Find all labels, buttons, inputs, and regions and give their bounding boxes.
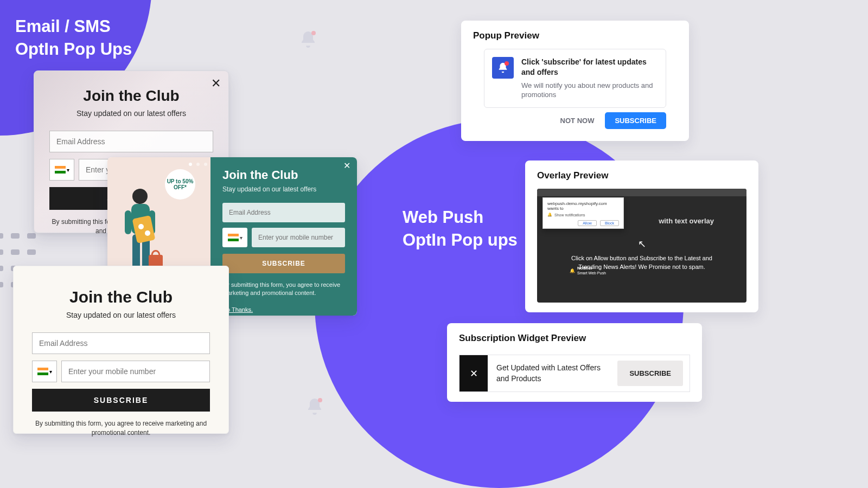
svg-point-7 — [138, 224, 144, 229]
pointer-icon: ↖ — [570, 237, 714, 251]
subscribe-button[interactable]: SUBSCRIBE — [222, 254, 345, 273]
popup-title: Join the Club — [222, 168, 345, 182]
overlay-stage: webpush-demo.myshopify.com wants to 🔔Sho… — [537, 189, 746, 303]
close-icon[interactable]: ✕ — [211, 76, 221, 91]
phone-field[interactable] — [252, 228, 345, 247]
subscribe-button[interactable]: SUBSCRIBE — [605, 112, 666, 129]
subscribe-button[interactable]: SUBSCRIBE — [617, 361, 683, 386]
browser-permission-prompt: webpush-demo.myshopify.com wants to 🔔Sho… — [542, 197, 624, 229]
bell-icon: 🔔 — [547, 213, 552, 217]
popup-title: Join the Club — [49, 87, 213, 105]
push-bell-icon — [492, 57, 514, 79]
email-popup-cream: Join the Club Stay updated on our latest… — [13, 266, 229, 434]
popup-subtitle: Stay updated on our latest offers — [222, 185, 345, 193]
overlay-headline: with text overlay — [659, 217, 714, 225]
preview-overlay-card: Overlay Preview webpush-demo.myshopify.c… — [525, 160, 758, 312]
preview-heading: Overlay Preview — [537, 170, 746, 181]
country-select[interactable]: ▾ — [32, 361, 57, 382]
popup-subtitle: Stay updated on our latest offers — [49, 109, 213, 118]
email-field[interactable] — [49, 131, 213, 152]
push-subtitle: We will notify you about new products an… — [521, 81, 658, 100]
push-title: Click 'subscribe' for latest updates and… — [521, 57, 658, 78]
svg-point-8 — [145, 230, 150, 236]
popup-subtitle: Stay updated on our latest offers — [32, 311, 210, 319]
svg-rect-4 — [125, 210, 131, 234]
preview-heading: Subscription Widget Preview — [459, 333, 690, 344]
flag-in-icon — [37, 368, 48, 375]
flag-in-icon — [55, 166, 66, 174]
preview-widget-card: Subscription Widget Preview ✕ Get Update… — [447, 323, 702, 402]
popup-footnote: By submitting this form, you agree to re… — [222, 281, 345, 298]
country-select[interactable]: ▾ — [49, 159, 74, 181]
bell-icon — [298, 30, 318, 52]
flag-in-icon — [228, 234, 239, 241]
allow-button[interactable]: Allow — [578, 220, 597, 226]
svg-point-0 — [132, 189, 148, 204]
overlay-brand: 🔔 Notifier Smart Web Push — [570, 266, 606, 275]
preview-heading: Popup Preview — [473, 30, 677, 41]
prompt-line: Show notifications — [554, 213, 585, 217]
bell-icon: 🔔 — [570, 268, 575, 273]
bell-icon — [305, 397, 324, 419]
popup-footnote: By submitting this form, you agree to re… — [32, 419, 210, 438]
subscription-widget: ✕ Get Updated with Latest Offers and Pro… — [459, 355, 690, 392]
block-button[interactable]: Block — [600, 220, 619, 226]
discount-badge: UP to 50% OFF* — [165, 169, 195, 200]
country-select[interactable]: ▾ — [222, 228, 247, 247]
popup-title: Join the Club — [32, 288, 210, 306]
widget-message: Get Updated with Latest Offers and Produ… — [488, 355, 617, 391]
preview-popup-card: Popup Preview Click 'subscribe' for late… — [461, 21, 689, 141]
phone-field[interactable] — [61, 361, 210, 382]
subscribe-button[interactable]: SUBSCRIBE — [32, 389, 210, 412]
close-icon[interactable]: ✕ — [459, 355, 488, 391]
prompt-site: webpush-demo.myshopify.com wants to — [547, 201, 619, 211]
section-title-left: Email / SMS OptIn Pop Ups — [15, 15, 132, 61]
email-field[interactable] — [32, 332, 210, 354]
close-icon[interactable]: ✕ — [343, 160, 350, 171]
push-notification-preview: Click 'subscribe' for latest updates and… — [484, 49, 666, 108]
email-field[interactable] — [222, 203, 345, 222]
section-title-right: Web Push OptIn Pop ups — [403, 206, 518, 252]
not-now-button[interactable]: NOT NOW — [557, 112, 598, 129]
